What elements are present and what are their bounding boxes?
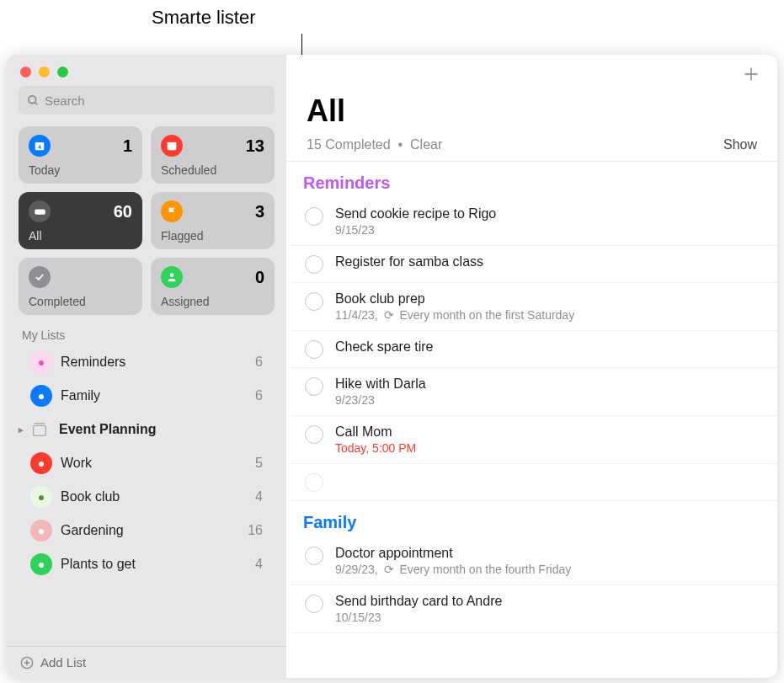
svg-rect-8: [34, 425, 46, 435]
svg-rect-6: [35, 209, 45, 214]
minimize-button[interactable]: [39, 67, 50, 77]
reminder-subtitle: Today, 5:00 PM: [335, 441, 760, 455]
list-label: Gardening: [61, 523, 124, 538]
reminder-subtitle: 11/4/23, ⟳ Every month on the first Satu…: [335, 308, 760, 322]
list-label: Work: [61, 456, 92, 471]
app-window: Search 41Today13Scheduled60All3FlaggedCo…: [7, 55, 777, 678]
sidebar: Search 41Today13Scheduled60All3FlaggedCo…: [7, 55, 286, 678]
smart-list-label: Assigned: [161, 295, 264, 308]
list-icon: ●: [30, 351, 52, 373]
list-icon: ●: [30, 385, 52, 407]
smart-list-flagged[interactable]: 3Flagged: [151, 192, 275, 249]
complete-toggle[interactable]: [305, 377, 323, 396]
reminder-row[interactable]: Send birthday card to Andre10/15/23: [291, 585, 777, 633]
chevron-right-icon: ▸: [19, 424, 29, 435]
group-header[interactable]: Reminders: [286, 162, 777, 198]
list-icon: ●: [30, 553, 52, 575]
window-controls: [7, 55, 286, 86]
zoom-button[interactable]: [57, 67, 68, 77]
plus-circle-icon: [20, 656, 34, 670]
reminder-title: Doctor appointment: [335, 546, 760, 561]
smart-list-label: Scheduled: [161, 163, 264, 177]
page-title: All: [286, 93, 777, 134]
smart-list-count: 0: [255, 268, 264, 287]
reminder-title: Register for samba class: [335, 254, 760, 269]
list-row[interactable]: ●Family6: [7, 379, 286, 413]
reminders-content: RemindersSend cookie recipe to Rigo9/15/…: [286, 162, 777, 678]
list-count: 5: [255, 456, 271, 471]
svg-point-0: [29, 95, 36, 103]
reminder-title: Send cookie recipe to Rigo: [335, 206, 760, 221]
reminder-title: Check spare tire: [335, 339, 760, 355]
reminder-title: Hike with Darla: [335, 376, 760, 392]
list-label: Reminders: [61, 355, 125, 370]
complete-toggle[interactable]: [305, 473, 323, 492]
list-row[interactable]: ●Work5: [7, 446, 286, 480]
annotation-label: Smarte lister: [152, 7, 255, 29]
reminder-row[interactable]: Call MomToday, 5:00 PM: [291, 416, 777, 464]
close-button[interactable]: [20, 67, 31, 77]
repeat-icon: ⟳: [384, 563, 394, 576]
list-label: Plants to get: [61, 557, 136, 572]
reminder-row[interactable]: Check spare tire: [291, 331, 777, 368]
list-count: 6: [255, 355, 271, 370]
smart-list-label: All: [29, 229, 132, 243]
complete-toggle[interactable]: [305, 595, 323, 613]
complete-toggle[interactable]: [305, 207, 323, 226]
complete-toggle[interactable]: [305, 340, 323, 359]
reminder-subtitle: 9/23/23: [335, 393, 760, 407]
smart-lists-grid: 41Today13Scheduled60All3FlaggedCompleted…: [7, 126, 286, 315]
list-count: 6: [255, 388, 271, 403]
completed-bar: 15 Completed • Clear Show: [286, 134, 777, 162]
reminder-row[interactable]: Send cookie recipe to Rigo9/15/23: [291, 198, 777, 246]
complete-toggle[interactable]: [305, 255, 323, 274]
complete-toggle[interactable]: [305, 425, 323, 444]
svg-text:4: 4: [38, 144, 41, 150]
list-group-icon: [29, 419, 51, 440]
smart-list-completed[interactable]: Completed: [19, 258, 142, 315]
reminder-subtitle: 9/29/23, ⟳ Every month on the fourth Fri…: [335, 563, 760, 576]
complete-toggle[interactable]: [305, 547, 323, 565]
reminder-title: Call Mom: [335, 424, 760, 440]
list-label: Family: [61, 388, 100, 403]
add-list-button[interactable]: Add List: [7, 646, 286, 678]
reminder-row[interactable]: Doctor appointment9/29/23, ⟳ Every month…: [291, 537, 777, 585]
smart-list-assigned[interactable]: 0Assigned: [151, 258, 275, 315]
reminder-row[interactable]: Hike with Darla9/23/23: [291, 368, 777, 416]
list-row[interactable]: ▸Event Planning: [7, 413, 286, 446]
add-list-label: Add List: [40, 655, 86, 670]
my-lists-header: My Lists: [7, 315, 286, 345]
list-count: 4: [255, 557, 271, 572]
reminder-row[interactable]: [291, 464, 777, 501]
reminder-row[interactable]: Book club prep11/4/23, ⟳ Every month on …: [291, 283, 777, 331]
group-header[interactable]: Family: [286, 501, 777, 537]
completed-count: 15 Completed: [307, 137, 391, 152]
complete-toggle[interactable]: [305, 292, 323, 311]
list-label: Book club: [61, 489, 120, 504]
list-count: 4: [255, 489, 271, 504]
toolbar: [286, 55, 777, 93]
smart-list-today[interactable]: 41Today: [19, 126, 142, 184]
svg-rect-5: [168, 142, 177, 145]
smart-list-count: 1: [123, 136, 132, 156]
list-icon: ●: [30, 452, 52, 474]
list-icon: ●: [30, 520, 52, 542]
search-placeholder: Search: [45, 93, 85, 108]
reminder-title: Book club prep: [335, 291, 760, 307]
list-row[interactable]: ●Gardening16: [7, 514, 286, 547]
svg-point-7: [170, 273, 174, 277]
list-label: Event Planning: [59, 422, 157, 437]
list-row[interactable]: ●Plants to get4: [7, 547, 286, 581]
reminder-subtitle: 10/15/23: [335, 611, 760, 624]
new-reminder-button[interactable]: [742, 65, 760, 83]
show-button[interactable]: Show: [723, 137, 757, 152]
clear-button[interactable]: Clear: [410, 137, 442, 152]
smart-list-scheduled[interactable]: 13Scheduled: [151, 126, 275, 184]
list-count: 16: [248, 523, 271, 538]
list-row[interactable]: ●Book club4: [7, 480, 286, 514]
search-icon: [27, 94, 40, 107]
search-input[interactable]: Search: [19, 86, 275, 115]
reminder-row[interactable]: Register for samba class: [291, 246, 777, 283]
smart-list-all[interactable]: 60All: [19, 192, 142, 249]
list-row[interactable]: ●Reminders6: [7, 345, 286, 379]
